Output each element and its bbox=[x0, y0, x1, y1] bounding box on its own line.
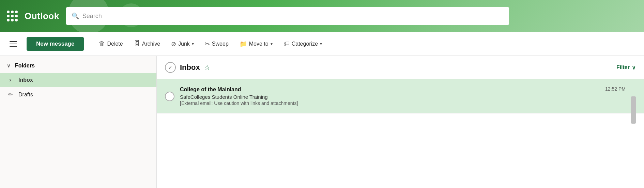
filter-label: Filter bbox=[616, 64, 630, 70]
hamburger-button[interactable] bbox=[7, 38, 20, 49]
junk-label: Junk bbox=[178, 41, 190, 47]
sidebar: ∨ Folders › Inbox ✏ Drafts bbox=[0, 56, 157, 188]
toolbar: New message 🗑 Delete 🗄 Archive ⊘ Junk ▾ … bbox=[0, 32, 644, 56]
folders-section[interactable]: ∨ Folders bbox=[0, 59, 156, 73]
search-icon: 🔍 bbox=[72, 12, 79, 20]
email-list: College of the Mainland SafeColleges Stu… bbox=[157, 79, 644, 188]
junk-icon: ⊘ bbox=[171, 40, 176, 48]
scrollbar-thumb[interactable] bbox=[631, 96, 636, 124]
sidebar-item-inbox[interactable]: › Inbox bbox=[0, 73, 156, 87]
email-subject: SafeColleges Students Online Training bbox=[180, 94, 600, 100]
top-header: Outlook 🔍 bbox=[0, 0, 644, 32]
inbox-star-icon[interactable]: ☆ bbox=[204, 63, 210, 72]
drafts-icon: ✏ bbox=[7, 91, 14, 98]
search-box: 🔍 bbox=[66, 7, 509, 25]
delete-label: Delete bbox=[107, 41, 123, 47]
archive-icon: 🗄 bbox=[134, 40, 140, 47]
drafts-label: Drafts bbox=[18, 92, 33, 98]
right-panel: ✓ Inbox ☆ Filter ∨ College of the Mainla… bbox=[157, 56, 644, 188]
app-logo: Outlook bbox=[25, 11, 59, 21]
moveto-chevron-icon: ▾ bbox=[271, 42, 273, 46]
sweep-label: Sweep bbox=[212, 41, 229, 47]
sidebar-item-drafts[interactable]: ✏ Drafts bbox=[0, 87, 156, 102]
inbox-check-icon[interactable]: ✓ bbox=[165, 62, 176, 73]
categorize-button[interactable]: 🏷 Categorize ▾ bbox=[279, 37, 327, 50]
moveto-button[interactable]: 📁 Move to ▾ bbox=[235, 37, 277, 50]
inbox-header: ✓ Inbox ☆ Filter ∨ bbox=[157, 56, 644, 79]
table-row[interactable]: College of the Mainland SafeColleges Stu… bbox=[157, 79, 644, 113]
filter-chevron-icon: ∨ bbox=[632, 64, 636, 71]
categorize-chevron-icon: ▾ bbox=[320, 42, 322, 46]
junk-chevron-icon: ▾ bbox=[192, 42, 194, 46]
delete-icon: 🗑 bbox=[99, 40, 105, 47]
email-preview: [External email: Use caution with links … bbox=[180, 100, 600, 106]
inbox-chevron-icon: › bbox=[7, 77, 14, 83]
sweep-icon: ✂ bbox=[205, 40, 210, 48]
archive-button[interactable]: 🗄 Archive bbox=[129, 37, 165, 50]
inbox-title: Inbox bbox=[180, 63, 200, 72]
categorize-icon: 🏷 bbox=[283, 40, 290, 47]
search-input[interactable] bbox=[82, 13, 504, 20]
folders-label: Folders bbox=[15, 63, 35, 69]
email-time: 12:52 PM bbox=[605, 85, 626, 92]
moveto-icon: 📁 bbox=[240, 40, 247, 48]
categorize-label: Categorize bbox=[292, 41, 318, 47]
filter-button[interactable]: Filter ∨ bbox=[616, 64, 636, 71]
archive-label: Archive bbox=[142, 41, 160, 47]
folders-chevron-icon: ∨ bbox=[7, 63, 10, 68]
inbox-title-area: ✓ Inbox ☆ bbox=[165, 62, 210, 73]
toolbar-actions: 🗑 Delete 🗄 Archive ⊘ Junk ▾ ✂ Sweep 📁 Mo… bbox=[94, 37, 637, 50]
email-select-radio[interactable] bbox=[165, 92, 174, 101]
junk-button[interactable]: ⊘ Junk ▾ bbox=[166, 37, 199, 50]
inbox-label: Inbox bbox=[18, 77, 33, 83]
waffle-icon[interactable] bbox=[7, 11, 18, 21]
delete-button[interactable]: 🗑 Delete bbox=[94, 37, 127, 50]
email-sender: College of the Mainland bbox=[180, 87, 600, 93]
email-content: College of the Mainland SafeColleges Stu… bbox=[180, 87, 600, 106]
sweep-button[interactable]: ✂ Sweep bbox=[200, 37, 233, 50]
main-content: ∨ Folders › Inbox ✏ Drafts ✓ Inbox ☆ Fil… bbox=[0, 56, 644, 188]
moveto-label: Move to bbox=[249, 41, 269, 47]
new-message-button[interactable]: New message bbox=[27, 37, 84, 51]
